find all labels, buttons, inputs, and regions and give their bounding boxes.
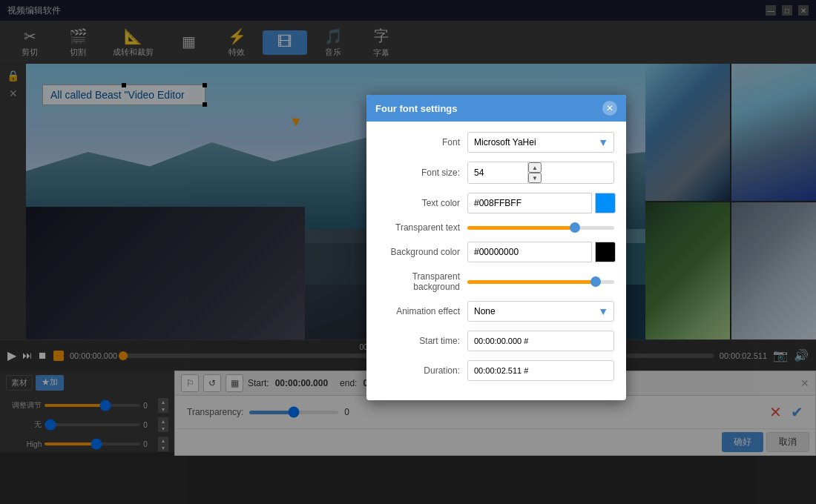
transparent-text-label: Transparent text: [378, 222, 460, 233]
bg-color-control: [467, 242, 616, 262]
transparent-bg-row: Transparent background: [378, 271, 614, 292]
font-row: Font Microsoft YaHei ▼: [378, 132, 614, 153]
animation-select-wrapper: None Fade In Slide ▼: [467, 301, 614, 322]
text-color-input[interactable]: [467, 193, 592, 213]
transparent-bg-control: [467, 280, 614, 284]
duration-input[interactable]: [467, 360, 614, 381]
text-color-row: Text color: [378, 193, 614, 213]
dialog-close-button[interactable]: ✕: [602, 101, 617, 116]
duration-row: Duration:: [378, 360, 614, 381]
text-color-swatch[interactable]: [595, 193, 616, 213]
duration-label: Duration:: [378, 365, 460, 376]
dialog-title: Four font settings: [375, 103, 458, 114]
bg-color-input[interactable]: [467, 242, 592, 262]
font-size-input[interactable]: [468, 162, 527, 183]
animation-label: Animation effect: [378, 306, 460, 316]
transparent-bg-label: Transparent background: [378, 271, 460, 292]
start-time-control: [467, 331, 614, 351]
start-time-input[interactable]: [467, 331, 614, 351]
bg-color-row: Background color: [378, 242, 614, 262]
animation-select[interactable]: None Fade In Slide: [467, 301, 614, 322]
font-size-control: ▲ ▼: [467, 162, 614, 184]
font-select[interactable]: Microsoft YaHei: [467, 132, 614, 153]
animation-control: None Fade In Slide ▼: [467, 301, 614, 322]
font-size-arrows: ▲ ▼: [527, 162, 542, 183]
transparent-text-control: [467, 226, 614, 230]
dialog-overlay: Four font settings ✕ Font Microsoft YaHe…: [0, 0, 816, 504]
duration-control: [467, 360, 614, 381]
dialog-body: Font Microsoft YaHei ▼ Font size:: [366, 122, 626, 400]
animation-row: Animation effect None Fade In Slide ▼: [378, 301, 614, 322]
font-size-up[interactable]: ▲: [528, 162, 542, 173]
font-label: Font: [378, 137, 460, 147]
bg-color-label: Background color: [378, 247, 460, 257]
text-color-control: [467, 193, 616, 213]
font-control: Microsoft YaHei ▼: [467, 132, 614, 153]
transparent-text-slider[interactable]: [467, 226, 614, 230]
font-size-label: Font size:: [378, 168, 460, 178]
start-time-label: Start time:: [378, 336, 460, 346]
font-select-wrapper: Microsoft YaHei ▼: [467, 132, 614, 153]
dialog-title-bar: Four font settings ✕: [366, 95, 626, 122]
text-color-label: Text color: [378, 198, 460, 208]
font-size-down[interactable]: ▼: [528, 173, 542, 183]
transparent-text-row: Transparent text: [378, 222, 614, 233]
font-size-row: Font size: ▲ ▼: [378, 162, 614, 184]
transparent-bg-slider[interactable]: [467, 280, 614, 284]
start-time-row: Start time:: [378, 331, 614, 351]
text-color-input-row: [467, 193, 616, 213]
font-settings-dialog: Four font settings ✕ Font Microsoft YaHe…: [366, 95, 626, 400]
bg-color-swatch[interactable]: [595, 242, 616, 262]
font-size-input-group: ▲ ▼: [467, 162, 614, 184]
bg-color-input-row: [467, 242, 616, 262]
